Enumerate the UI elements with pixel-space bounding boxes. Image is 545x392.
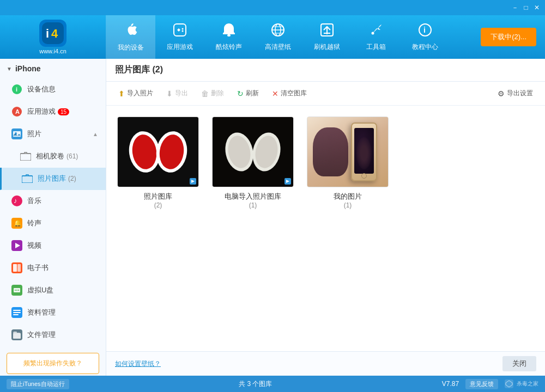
album-thumb-pc-import[interactable] — [212, 117, 294, 187]
minimize-button[interactable]: － — [510, 3, 520, 13]
close-content-button[interactable]: 关闭 — [502, 356, 536, 371]
sidebar-item-ebooks[interactable]: 电子书 — [0, 257, 106, 279]
photo-library-label: 照片图库 — [38, 174, 66, 183]
tutorial-icon: i — [417, 22, 433, 40]
album-pc-import: 电脑导入照片图库 (1) — [212, 117, 294, 209]
album-photo-library: 照片图库 (2) — [117, 117, 199, 209]
sidebar-device[interactable]: ▼ iPhone — [0, 59, 106, 78]
camera-roll-label: 相机胶卷 — [36, 151, 64, 161]
delete-icon: 🗑 — [201, 89, 209, 98]
svg-rect-44 — [13, 333, 21, 339]
svg-text:🔔: 🔔 — [14, 219, 22, 227]
download-button[interactable]: 下载中(2)... — [481, 28, 536, 46]
feedback-button[interactable]: 意见反馈 — [465, 379, 498, 389]
logo-icon: i 4 — [39, 20, 66, 47]
file-mgmt-label: 文件管理 — [27, 330, 56, 340]
album-count-pc-import: (1) — [249, 201, 257, 209]
ringtones-icon: 🔔 — [11, 217, 23, 229]
export-button[interactable]: ⬇ 导出 — [161, 86, 193, 101]
album-label-photo-library: 照片图库 — [144, 192, 172, 201]
tab-ringtones-label: 酷炫铃声 — [216, 42, 242, 52]
svg-rect-32 — [13, 264, 17, 272]
sidebar-item-device-info[interactable]: i 设备信息 — [0, 78, 106, 101]
photos-label: 照片 — [27, 129, 41, 139]
apps-label: 应用游戏 — [27, 107, 56, 117]
clear-label: 清空图库 — [281, 89, 307, 98]
refresh-button[interactable]: ↻ 刷新 — [232, 86, 264, 101]
tab-wallpaper[interactable]: 高清壁纸 — [253, 15, 302, 59]
toolbar-right: ⚙ 导出设置 — [492, 86, 538, 101]
maximize-button[interactable]: □ — [521, 3, 531, 13]
svg-rect-42 — [13, 314, 19, 315]
content-title: 照片图库 (2) — [115, 64, 163, 76]
sidebar-bottom: 频繁出现操作失败？ — [0, 346, 106, 376]
svg-text:A: A — [15, 108, 20, 115]
svg-text:i: i — [46, 27, 49, 40]
jailbreak-icon — [319, 22, 335, 40]
camera-roll-folder-icon — [20, 150, 32, 162]
album-label-pc-import: 电脑导入照片图库 — [225, 192, 281, 201]
wallpaper-icon — [270, 22, 286, 40]
ringtones-label: 铃声 — [27, 218, 41, 228]
toolbar: ⬆ 导入照片 ⬇ 导出 🗑 删除 ↻ 刷新 ✕ 清空图库 ⚙ — [106, 82, 545, 106]
export-settings-button[interactable]: ⚙ 导出设置 — [492, 86, 538, 101]
delete-button[interactable]: 🗑 删除 — [196, 86, 229, 101]
tab-wallpaper-label: 高清壁纸 — [265, 42, 291, 52]
sidebar-item-ringtones[interactable]: 🔔 铃声 — [0, 212, 106, 235]
svg-text:i: i — [423, 26, 426, 34]
logo-url: www.i4.cn — [39, 48, 66, 54]
tab-my-device[interactable]: 我的设备 — [106, 15, 155, 59]
statusbar-total: 共 3 个图库 — [239, 380, 272, 388]
import-button[interactable]: ⬆ 导入照片 — [113, 86, 159, 101]
tab-tutorial[interactable]: i 教程中心 — [401, 15, 450, 59]
photo-grid: 照片图库 (2) — [106, 106, 545, 351]
sidebar-item-music[interactable]: ♪ 音乐 — [0, 190, 106, 212]
sidebar-item-udisk[interactable]: 虚拟U盘 — [0, 279, 106, 302]
apps-badge: 15 — [58, 108, 69, 115]
apps-icon: A — [11, 106, 23, 118]
svg-point-4 — [182, 28, 184, 30]
tab-tutorial-label: 教程中心 — [412, 42, 438, 52]
tab-jailbreak[interactable]: 刷机越狱 — [302, 15, 352, 59]
titlebar: － □ ✕ — [0, 0, 545, 15]
itunes-button[interactable]: 阻止iTunes自动运行 — [7, 379, 69, 389]
watermark-label: 杀毒之家 — [505, 379, 538, 388]
svg-rect-21 — [13, 131, 21, 137]
sidebar-item-photos[interactable]: 照片 ▲ — [0, 123, 106, 145]
sidebar-item-data-mgmt[interactable]: 资料管理 — [0, 302, 106, 324]
album-thumb-photo-library[interactable] — [117, 117, 199, 187]
svg-point-5 — [182, 30, 184, 32]
version-label: V7.87 — [442, 380, 459, 388]
udisk-icon — [11, 284, 23, 296]
tab-tools[interactable]: 工具箱 — [352, 15, 401, 59]
svg-rect-41 — [13, 312, 21, 313]
tab-ringtones[interactable]: 酷炫铃声 — [204, 15, 253, 59]
tab-jailbreak-label: 刷机越狱 — [314, 42, 340, 52]
sidebar-item-video[interactable]: 视频 — [0, 235, 106, 257]
close-button[interactable]: ✕ — [532, 3, 542, 13]
album-thumb-my-photos[interactable] — [307, 117, 389, 187]
clear-button[interactable]: ✕ 清空图库 — [267, 86, 312, 101]
svg-point-37 — [16, 290, 17, 291]
sidebar-item-camera-roll[interactable]: 相机胶卷 (61) — [0, 145, 106, 168]
photos-expand-icon: ▲ — [93, 131, 98, 137]
svg-point-13 — [372, 32, 374, 35]
wallpaper-help-link[interactable]: 如何设置壁纸？ — [115, 359, 161, 369]
album-count-my-photos: (1) — [344, 201, 352, 209]
tab-app-games[interactable]: 应用游戏 — [155, 15, 204, 59]
svg-marker-49 — [191, 180, 195, 183]
trouble-button[interactable]: 频繁出现操作失败？ — [7, 353, 99, 374]
sidebar-item-apps[interactable]: A 应用游戏 15 — [0, 101, 106, 123]
tab-app-games-label: 应用游戏 — [167, 42, 193, 52]
device-info-icon: i — [11, 83, 23, 95]
video-icon — [11, 240, 23, 252]
sidebar-item-file-mgmt[interactable]: 文件管理 — [0, 324, 106, 346]
sidebar-item-photo-library[interactable]: 照片图库 (2) — [0, 168, 106, 190]
tab-my-device-label: 我的设备 — [118, 43, 144, 52]
album-my-photos: 我的图片 (1) — [307, 117, 389, 209]
main-layout: ▼ iPhone i 设备信息 A 应用游戏 15 — [0, 59, 545, 376]
camera-roll-count: (61) — [66, 152, 78, 160]
import-icon: ⬆ — [118, 89, 125, 98]
header: i 4 www.i4.cn 我的设备 — [0, 15, 545, 59]
photo-library-folder-icon — [21, 173, 33, 185]
